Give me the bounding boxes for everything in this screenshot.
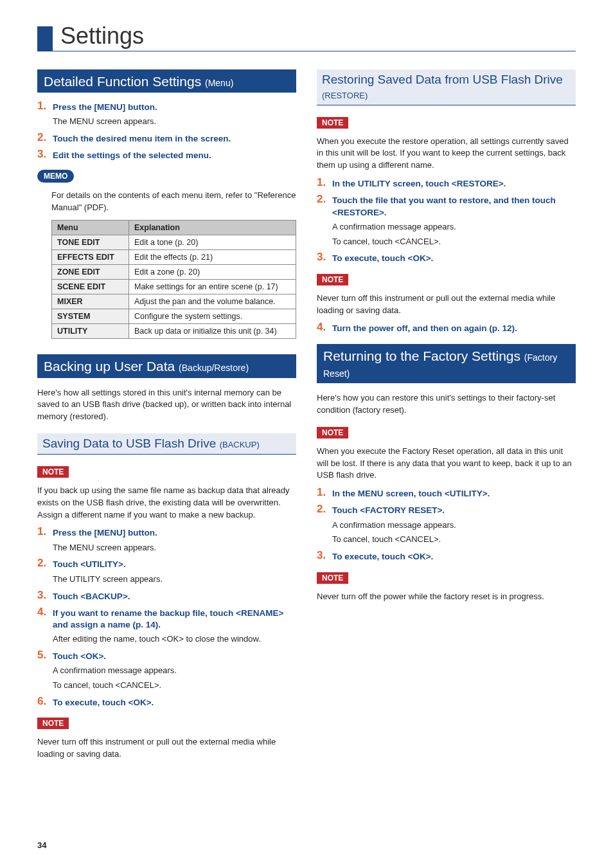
- memo-text: For details on the contents of each menu…: [51, 190, 296, 214]
- note-tag: NOTE: [317, 572, 348, 584]
- step-sub: The MENU screen appears.: [53, 116, 296, 128]
- step-sub: A confirmation message appears.: [332, 520, 576, 532]
- menu-table: Menu Explanation TONE EDITEdit a tone (p…: [51, 220, 296, 339]
- th-menu: Menu: [52, 221, 129, 235]
- step: In the UTILITY screen, touch <RESTORE>.: [317, 178, 576, 190]
- step-sub: To cancel, touch <CANCEL>.: [332, 534, 576, 546]
- step: Touch the file that you want to restore,…: [317, 195, 576, 248]
- step-bold: In the UTILITY screen, touch <RESTORE>.: [332, 178, 576, 190]
- step: Edit the settings of the selected menu.: [37, 150, 296, 161]
- step-bold: To execute, touch <OK>.: [332, 551, 576, 563]
- heading-paren: (Menu): [205, 78, 233, 88]
- factory-intro: Here's how you can restore this unit's s…: [317, 392, 576, 417]
- right-column: Restoring Saved Data from USB Flash Driv…: [317, 69, 576, 767]
- cell-menu: MIXER: [52, 294, 129, 309]
- sub-heading-saving: Saving Data to USB Flash Drive (BACKUP): [37, 433, 296, 455]
- note-tag: NOTE: [317, 274, 348, 285]
- step: Touch <UTILITY>. The UTILITY screen appe…: [37, 559, 296, 585]
- note-text: Never turn off the power while the facto…: [317, 591, 576, 603]
- subheading-text: Restoring Saved Data from USB Flash Driv…: [322, 73, 563, 86]
- cell-exp: Edit a tone (p. 20): [129, 235, 296, 250]
- cell-menu: SCENE EDIT: [52, 280, 129, 294]
- table-row: TONE EDITEdit a tone (p. 20): [52, 235, 296, 250]
- page-title-bar: Settings: [37, 23, 576, 51]
- step: To execute, touch <OK>.: [317, 253, 576, 264]
- cell-exp: Edit the effects (p. 21): [129, 250, 296, 265]
- title-accent: [37, 26, 53, 51]
- note-tag: NOTE: [317, 427, 348, 439]
- subheading-text: Saving Data to USB Flash Drive: [42, 437, 220, 450]
- cell-menu: TONE EDIT: [52, 235, 129, 250]
- step-sub: A confirmation message appears.: [53, 665, 296, 677]
- step-bold: To execute, touch <OK>.: [332, 253, 576, 264]
- memo-pill: MEMO: [37, 170, 74, 183]
- step-sub: A confirmation message appears.: [332, 221, 576, 233]
- step-bold: Touch <BACKUP>.: [53, 591, 296, 602]
- steps-backup: Press the [MENU] button. The MENU screen…: [37, 527, 296, 709]
- heading-text: Returning to the Factory Settings: [323, 348, 524, 363]
- steps-restore: In the UTILITY screen, touch <RESTORE>. …: [317, 178, 576, 265]
- step: Press the [MENU] button. The MENU screen…: [37, 102, 296, 128]
- table-row: MIXERAdjust the pan and the volume balan…: [52, 294, 296, 309]
- cell-menu: SYSTEM: [52, 309, 129, 324]
- step: Touch the desired menu item in the scree…: [37, 133, 296, 145]
- section-heading-backup: Backing up User Data (Backup/Restore): [37, 354, 296, 377]
- step-bold: Touch the file that you want to restore,…: [332, 195, 576, 218]
- cell-exp: Edit a zone (p. 20): [129, 265, 296, 280]
- step-sub: To cancel, touch <CANCEL>.: [53, 680, 296, 692]
- step-bold: To execute, touch <OK>.: [53, 697, 296, 709]
- step: Touch <OK>. A confirmation message appea…: [37, 651, 296, 692]
- step-bold: Touch the desired menu item in the scree…: [53, 133, 296, 145]
- step: If you want to rename the backup file, t…: [37, 608, 296, 646]
- table-row: EFFECTS EDITEdit the effects (p. 21): [52, 250, 296, 265]
- step-bold: Press the [MENU] button.: [53, 527, 296, 539]
- cell-exp: Back up data or initialize this unit (p.…: [129, 324, 296, 339]
- note-tag: NOTE: [37, 718, 69, 729]
- note-text: If you back up using the same file name …: [37, 485, 296, 521]
- step-sub: The UTILITY screen appears.: [53, 574, 296, 586]
- section-heading-factory-reset: Returning to the Factory Settings (Facto…: [317, 344, 576, 383]
- step-bold: Touch <FACTORY RESET>.: [332, 505, 576, 516]
- cell-menu: ZONE EDIT: [52, 265, 129, 280]
- sub-heading-restore: Restoring Saved Data from USB Flash Driv…: [317, 69, 576, 105]
- th-explanation: Explanation: [129, 221, 296, 235]
- step-bold: Touch <UTILITY>.: [53, 559, 296, 570]
- cell-menu: EFFECTS EDIT: [52, 250, 129, 265]
- step-bold: Press the [MENU] button.: [53, 102, 296, 113]
- steps-factory-reset: In the MENU screen, touch <UTILITY>. Tou…: [317, 488, 576, 563]
- step-bold: Edit the settings of the selected menu.: [53, 150, 296, 161]
- page-number: 34: [37, 840, 46, 850]
- cell-exp: Adjust the pan and the volume balance.: [129, 294, 296, 309]
- step-bold: In the MENU screen, touch <UTILITY>.: [332, 488, 576, 500]
- note-text: Never turn off this instrument or pull o…: [37, 736, 296, 761]
- cell-menu: UTILITY: [52, 324, 129, 339]
- step-bold: Touch <OK>.: [53, 651, 296, 662]
- step-sub: After editing the name, touch <OK> to cl…: [53, 633, 296, 646]
- heading-text: Backing up User Data: [44, 359, 179, 374]
- table-row: SCENE EDITMake settings for an entire sc…: [52, 280, 296, 294]
- step: Press the [MENU] button. The MENU screen…: [37, 527, 296, 554]
- subheading-paren: (BACKUP): [220, 440, 260, 449]
- note-tag: NOTE: [317, 117, 348, 129]
- step: Turn the power off, and then on again (p…: [317, 323, 576, 334]
- step: Touch <BACKUP>.: [37, 591, 296, 602]
- note-tag: NOTE: [37, 466, 69, 478]
- note-text: Never turn off this instrument or pull o…: [317, 293, 576, 317]
- subheading-paren: (RESTORE): [322, 91, 368, 100]
- step-sub: To cancel, touch <CANCEL>.: [332, 236, 576, 248]
- cell-exp: Make settings for an entire scene (p. 17…: [129, 280, 296, 294]
- cell-exp: Configure the system settings.: [129, 309, 296, 324]
- table-header-row: Menu Explanation: [52, 221, 296, 235]
- backup-intro: Here's how all settings stored in this u…: [37, 387, 296, 424]
- table-row: UTILITYBack up data or initialize this u…: [52, 324, 296, 339]
- table-row: ZONE EDITEdit a zone (p. 20): [52, 265, 296, 280]
- steps-detailed: Press the [MENU] button. The MENU screen…: [37, 102, 296, 162]
- step-bold: Turn the power off, and then on again (p…: [332, 323, 576, 334]
- step-bold: If you want to rename the backup file, t…: [53, 608, 296, 631]
- step-sub: The MENU screen appears.: [53, 542, 296, 554]
- step: In the MENU screen, touch <UTILITY>.: [317, 488, 576, 500]
- step: Touch <FACTORY RESET>. A confirmation me…: [317, 505, 576, 546]
- note-text: When you execute the Factory Reset opera…: [317, 446, 576, 482]
- page-title: Settings: [60, 23, 144, 51]
- note-text: When you execute the restore operation, …: [317, 136, 576, 172]
